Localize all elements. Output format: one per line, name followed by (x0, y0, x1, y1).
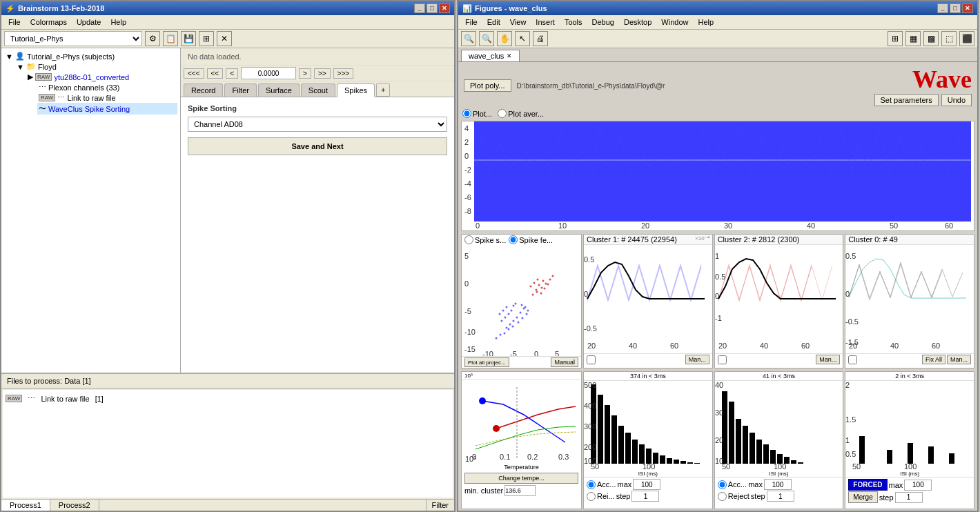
minimize-button[interactable]: _ (414, 3, 425, 13)
cluster2-man-button[interactable]: Man... (816, 355, 840, 364)
toolbar-icon1[interactable]: ⚙ (145, 31, 160, 46)
spike-feature-radio[interactable]: Spike fe... (509, 235, 553, 244)
fig-menu-window[interactable]: Window (657, 17, 692, 28)
expand-icon[interactable]: ⊞ (199, 31, 214, 46)
spike-feature-input[interactable] (509, 235, 518, 244)
cluster0-checkbox[interactable] (848, 355, 857, 364)
tab-add-btn[interactable]: + (376, 83, 390, 97)
close-panel-icon[interactable]: ✕ (217, 31, 232, 46)
toolbar-icon3[interactable]: 💾 (181, 31, 196, 46)
spike-scatter-input[interactable] (464, 235, 473, 244)
fig-maximize-btn[interactable]: □ (950, 3, 961, 13)
isi2-max-input[interactable] (764, 479, 792, 490)
nav-last-btn[interactable]: >>> (333, 68, 354, 79)
min-cluster-input[interactable] (504, 485, 536, 496)
isi1-acc-radio[interactable]: Acc... (587, 480, 616, 489)
svg-rect-105 (660, 455, 665, 464)
plot-poly-button[interactable]: Plot poly... (464, 79, 511, 92)
fig-menu-view[interactable]: View (506, 17, 531, 28)
plot-radio2-input[interactable] (498, 109, 507, 118)
plot-radio-label[interactable]: Plot... (462, 109, 492, 118)
float-icon[interactable]: ⬚ (941, 31, 957, 46)
isi3-step-input[interactable] (895, 492, 923, 503)
tab-surface[interactable]: Surface (258, 83, 300, 97)
process-raw-badge: RAW (6, 395, 22, 402)
undo-button[interactable]: Undo (941, 94, 972, 106)
tree-plexon[interactable]: ⋯ Plexon channels (33) (37, 82, 177, 92)
close-button[interactable]: ✕ (439, 3, 450, 13)
nav-value-input[interactable] (241, 67, 296, 79)
pan-icon[interactable]: ✋ (497, 31, 512, 46)
channel-dropdown[interactable]: Channel AD08 (188, 117, 447, 132)
fig-menu-desktop[interactable]: Desktop (620, 17, 656, 28)
tree-waveclus[interactable]: 〜 WaveClus Spike Sorting (37, 103, 177, 115)
nav-prev-btn[interactable]: < (226, 68, 238, 79)
fig-tab-waveclus[interactable]: wave_clus ✕ (461, 50, 520, 61)
tree-subject[interactable]: ▼ 👤 Tutorial_e-Phys (subjects) (4, 51, 177, 61)
tree-study[interactable]: ▼ 📁 Floyd (15, 61, 177, 72)
cluster0-svg: 0.5 0 -0.5 -1.5 20 40 60 (845, 245, 974, 352)
isi1-max-input[interactable] (633, 479, 660, 490)
nav-prev2-btn[interactable]: << (207, 68, 224, 79)
fig-menu-tools[interactable]: Tools (560, 17, 587, 28)
menu-update[interactable]: Update (72, 17, 105, 28)
svg-point-37 (504, 333, 506, 335)
cluster1-checkbox[interactable] (587, 355, 596, 364)
isi2-step-input[interactable] (767, 491, 794, 502)
menu-colormaps[interactable]: Colormaps (26, 17, 71, 28)
nav-next-btn[interactable]: > (299, 68, 311, 79)
merge-button[interactable]: Merge (848, 491, 877, 503)
zoom-out-icon[interactable]: 🔍 (479, 31, 494, 46)
bottom-tab-process2[interactable]: Process2 (50, 500, 99, 511)
plot-aver-radio-label[interactable]: Plot aver... (498, 109, 544, 118)
bottom-filter-label[interactable]: Filter (426, 500, 454, 511)
plot-all-projections-button[interactable]: Plot all projec... (464, 357, 509, 367)
fig-menu-file[interactable]: File (461, 17, 482, 28)
col-view-icon[interactable]: ▦ (905, 31, 921, 46)
fig-menu-edit[interactable]: Edit (483, 17, 504, 28)
isi1-rej-radio[interactable]: Rei... (587, 492, 615, 501)
tab-filter[interactable]: Filter (224, 83, 256, 97)
scatter-manual-button[interactable]: Manual (551, 357, 578, 367)
fig-close-btn[interactable]: ✕ (962, 3, 973, 13)
change-temp-button[interactable]: Change tempe... (464, 473, 578, 484)
subject-dropdown[interactable]: Tutorial_e-Phys (4, 31, 142, 46)
cluster0-man-button[interactable]: Man... (947, 355, 971, 364)
fig-menu-help[interactable]: Help (694, 17, 718, 28)
tile-icon[interactable]: ▩ (923, 31, 939, 46)
fix-all-button[interactable]: Fix All (922, 355, 945, 364)
maximize-button[interactable]: □ (427, 3, 438, 13)
isi2-acc-radio[interactable]: Acc... (718, 480, 747, 489)
set-parameters-button[interactable]: Set parameters (874, 94, 939, 106)
cluster2-checkbox[interactable] (718, 355, 727, 364)
zoom-in-icon[interactable]: 🔍 (461, 31, 476, 46)
tab-spikes[interactable]: Spikes (337, 83, 375, 97)
isi2-rej-radio[interactable]: Reject (718, 492, 749, 501)
link-label: Link to raw file (67, 94, 115, 102)
tree-raw-file[interactable]: ▶ RAW ytu288c-01_converted (26, 72, 177, 82)
tab-record[interactable]: Record (184, 83, 223, 97)
grid-view-icon[interactable]: ⊞ (888, 31, 903, 46)
toolbar-icon2[interactable]: 📋 (163, 31, 178, 46)
dock-icon[interactable]: ⬛ (959, 31, 974, 46)
forced-button[interactable]: FORCED (848, 479, 887, 491)
bottom-tab-process1[interactable]: Process1 (1, 500, 50, 511)
fig-menu-debug[interactable]: Debug (588, 17, 618, 28)
fig-menu-insert[interactable]: Insert (531, 17, 559, 28)
spike-scatter-radio[interactable]: Spike s... (464, 235, 506, 244)
tab-scout[interactable]: Scout (301, 83, 335, 97)
fig-minimize-btn[interactable]: _ (937, 3, 948, 13)
nav-next2-btn[interactable]: >> (314, 68, 331, 79)
menu-help[interactable]: Help (106, 17, 130, 28)
tree-link[interactable]: RAW ⋯ Link to raw file (37, 92, 177, 103)
menu-file[interactable]: File (4, 17, 25, 28)
nav-first-btn[interactable]: <<< (184, 68, 204, 79)
fig-tab-close-icon[interactable]: ✕ (507, 52, 512, 59)
cursor-icon[interactable]: ↖ (515, 31, 530, 46)
plot-radio1-input[interactable] (462, 109, 471, 118)
save-next-button[interactable]: Save and Next (188, 137, 447, 155)
cluster1-man-button[interactable]: Man... (685, 355, 709, 364)
print-icon[interactable]: 🖨 (533, 31, 548, 46)
isi3-max-input[interactable] (904, 480, 932, 491)
isi1-step-input[interactable] (631, 491, 659, 502)
